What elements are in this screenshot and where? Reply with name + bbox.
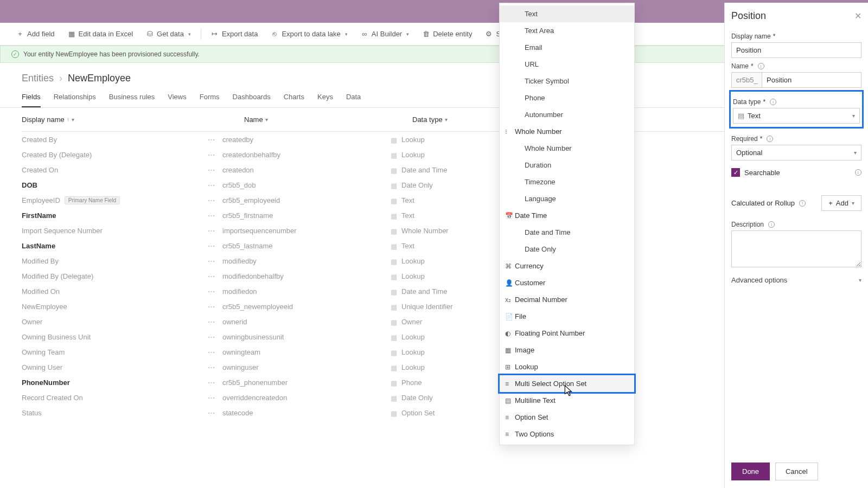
dd-option-customer[interactable]: 👤Customer <box>500 274 634 291</box>
dd-option-whole-number[interactable]: Whole Number <box>500 140 634 157</box>
row-actions-icon[interactable]: ⋯ <box>201 166 222 174</box>
info-icon[interactable]: i <box>799 200 806 207</box>
done-button[interactable]: Done <box>731 463 770 480</box>
get-data-button[interactable]: ⛁Get data▾ <box>141 27 196 41</box>
table-row[interactable]: Owner⋯ownerid▦Owner <box>22 314 846 329</box>
export-lake-button[interactable]: ⎋Export to data lake▾ <box>265 27 353 41</box>
table-row[interactable]: Import Sequence Number⋯importsequencenum… <box>22 223 846 238</box>
row-actions-icon[interactable]: ⋯ <box>201 181 222 189</box>
breadcrumb-parent[interactable]: Entities <box>22 73 54 84</box>
tab-keys[interactable]: Keys <box>317 87 333 107</box>
searchable-checkbox[interactable]: ✓ <box>731 168 740 177</box>
table-row[interactable]: EmployeeIDPrimary Name Field⋯cr5b5_emplo… <box>22 192 846 208</box>
dd-option-file[interactable]: 📄File <box>500 308 634 325</box>
table-row[interactable]: NewEmployee⋯cr5b5_newemployeeid▦Unique I… <box>22 299 846 314</box>
row-actions-icon[interactable]: ⋯ <box>201 378 222 387</box>
info-icon[interactable]: i <box>770 99 776 105</box>
add-field-button[interactable]: +Add field <box>11 27 60 41</box>
row-actions-icon[interactable]: ⋯ <box>201 196 222 204</box>
row-actions-icon[interactable]: ⋯ <box>201 333 222 341</box>
table-row[interactable]: Owning Team⋯owningteam▦Lookup <box>22 344 846 359</box>
info-icon[interactable]: i <box>855 169 861 176</box>
info-icon[interactable]: i <box>767 136 773 142</box>
dd-option-currency[interactable]: ⌘Currency <box>500 258 634 274</box>
row-actions-icon[interactable]: ⋯ <box>201 272 222 280</box>
table-row[interactable]: Modified On⋯modifiedon▦Date and Time <box>22 284 846 299</box>
table-row[interactable]: Created By (Delegate)⋯createdonbehalfby▦… <box>22 147 846 162</box>
table-row[interactable]: LastName⋯cr5b5_lastname▦Text <box>22 238 846 253</box>
col-display-name[interactable]: Display name↑▾ <box>22 115 222 124</box>
dd-option-language[interactable]: Language <box>500 190 634 207</box>
dd-option-option-set[interactable]: ≡Option Set <box>500 409 634 426</box>
table-row[interactable]: PhoneNumber⋯cr5b5_phonenumber▦Phone <box>22 375 846 390</box>
cancel-button[interactable]: Cancel <box>775 463 818 480</box>
table-row[interactable]: FirstName⋯cr5b5_firstname▦Text <box>22 208 846 223</box>
tab-forms[interactable]: Forms <box>200 87 220 107</box>
row-actions-icon[interactable]: ⋯ <box>201 136 222 144</box>
dd-option-email[interactable]: Email <box>500 39 634 56</box>
row-actions-icon[interactable]: ⋯ <box>201 318 222 326</box>
dd-option-text[interactable]: Text <box>500 5 634 22</box>
dd-option-image[interactable]: ▦Image <box>500 342 634 358</box>
tab-fields[interactable]: Fields <box>22 87 41 107</box>
data-type-dropdown[interactable]: TextText AreaEmailURLTicker SymbolPhoneA… <box>499 3 635 445</box>
row-actions-icon[interactable]: ⋯ <box>201 242 222 250</box>
dd-option-multi-select-option-set[interactable]: ≡Multi Select Option Set <box>500 375 634 392</box>
edit-excel-button[interactable]: ▦Edit data in Excel <box>62 27 138 41</box>
advanced-options-toggle[interactable]: Advanced options ▾ <box>731 271 861 290</box>
table-row[interactable]: Record Created On⋯overriddencreatedon▦Da… <box>22 390 846 405</box>
display-name-input[interactable] <box>731 42 861 58</box>
export-data-button[interactable]: ↦Export data <box>206 27 264 41</box>
dd-option-url[interactable]: URL <box>500 56 634 73</box>
close-icon[interactable]: ✕ <box>854 11 861 21</box>
row-actions-icon[interactable]: ⋯ <box>201 394 222 402</box>
description-textarea[interactable] <box>731 230 861 267</box>
table-row[interactable]: Modified By (Delegate)⋯modifiedonbehalfb… <box>22 268 846 284</box>
col-name[interactable]: Name▾ <box>244 115 412 124</box>
ai-builder-button[interactable]: ∞AI Builder▾ <box>355 27 414 41</box>
tab-views[interactable]: Views <box>168 87 186 107</box>
dd-option-date-only[interactable]: Date Only <box>500 241 634 258</box>
table-row[interactable]: Created On⋯createdon▦Date and Time <box>22 162 846 177</box>
row-actions-icon[interactable]: ⋯ <box>201 348 222 356</box>
table-row[interactable]: DOB⋯cr5b5_dob▦Date Only <box>22 177 846 192</box>
row-actions-icon[interactable]: ⋯ <box>201 287 222 296</box>
dd-option-duration[interactable]: Duration <box>500 157 634 174</box>
info-icon[interactable]: i <box>768 221 775 228</box>
dd-option-lookup[interactable]: ⊞Lookup <box>500 358 634 375</box>
dd-option-phone[interactable]: Phone <box>500 89 634 106</box>
name-input[interactable] <box>762 72 861 88</box>
dd-option-multiline-text[interactable]: ▤Multiline Text <box>500 392 634 409</box>
dd-option-autonumber[interactable]: Autonumber <box>500 106 634 123</box>
row-actions-icon[interactable]: ⋯ <box>201 363 222 371</box>
table-row[interactable]: Owning User⋯owninguser▦Lookup <box>22 359 846 375</box>
table-row[interactable]: Owning Business Unit⋯owningbusinessunit▦… <box>22 329 846 344</box>
table-row[interactable]: Modified By⋯modifiedby▦Lookup <box>22 253 846 268</box>
row-actions-icon[interactable]: ⋯ <box>201 151 222 159</box>
delete-entity-button[interactable]: 🗑Delete entity <box>417 27 477 41</box>
tab-data[interactable]: Data <box>346 87 361 107</box>
info-icon[interactable]: i <box>758 63 764 69</box>
required-select[interactable]: Optional ▾ <box>731 145 861 160</box>
dd-option-text-area[interactable]: Text Area <box>500 22 634 39</box>
data-type-select[interactable]: ▤Text ▾ <box>733 108 860 124</box>
dd-option-two-options[interactable]: ≡Two Options <box>500 426 634 442</box>
dd-option-date-and-time[interactable]: Date and Time <box>500 224 634 241</box>
add-calc-button[interactable]: +Add▾ <box>821 195 861 211</box>
table-row[interactable]: Created By⋯createdby▦Lookup <box>22 132 846 147</box>
row-actions-icon[interactable]: ⋯ <box>201 409 222 417</box>
edit-excel-label: Edit data in Excel <box>79 30 133 38</box>
row-actions-icon[interactable]: ⋯ <box>201 227 222 235</box>
tab-business-rules[interactable]: Business rules <box>109 87 155 107</box>
row-actions-icon[interactable]: ⋯ <box>201 303 222 311</box>
dd-option-decimal-number[interactable]: x₂Decimal Number <box>500 291 634 308</box>
tab-charts[interactable]: Charts <box>284 87 304 107</box>
row-actions-icon[interactable]: ⋯ <box>201 211 222 220</box>
tab-dashboards[interactable]: Dashboards <box>233 87 271 107</box>
tab-relationships[interactable]: Relationships <box>54 87 96 107</box>
row-actions-icon[interactable]: ⋯ <box>201 257 222 265</box>
table-row[interactable]: Status⋯statecode▦Option Set <box>22 405 846 420</box>
dd-option-timezone[interactable]: Timezone <box>500 174 634 190</box>
dd-option-floating-point-number[interactable]: ◐Floating Point Number <box>500 325 634 342</box>
dd-option-ticker-symbol[interactable]: Ticker Symbol <box>500 73 634 89</box>
